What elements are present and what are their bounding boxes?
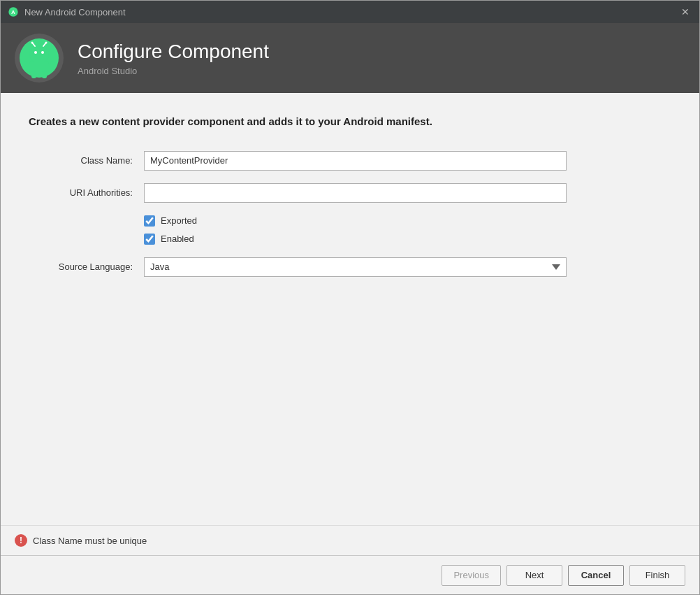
class-name-label: Class Name: [29,155,144,166]
form: Class Name: URI Authorities: Exported En… [29,151,671,277]
title-bar-text: New Android Component [24,7,126,17]
status-bar: ! Class Name must be unique [1,525,699,555]
previous-button[interactable]: Previous [442,565,501,586]
main-content: Creates a new content provider component… [1,93,699,525]
cancel-button[interactable]: Cancel [568,565,624,586]
exported-checkbox[interactable] [144,215,155,227]
svg-text:A: A [11,9,15,15]
header-title: Configure Component [78,41,269,63]
uri-authorities-label: URI Authorities: [29,187,144,198]
enabled-label[interactable]: Enabled [161,234,194,244]
source-language-select[interactable]: Java Kotlin [144,257,567,277]
exported-label[interactable]: Exported [161,215,197,226]
source-language-label: Source Language: [29,261,144,272]
uri-authorities-row: URI Authorities: [29,183,671,203]
uri-authorities-input[interactable] [144,183,567,203]
enabled-checkbox[interactable] [144,234,155,245]
svg-point-6 [41,51,44,54]
class-name-row: Class Name: [29,151,671,171]
svg-rect-11 [29,62,49,73]
enabled-checkbox-row: Enabled [144,234,197,245]
svg-rect-12 [24,62,28,71]
header-text: Configure Component Android Studio [78,41,269,76]
svg-rect-15 [42,71,47,78]
android-logo-icon [15,34,64,83]
close-button[interactable]: ✕ [678,6,692,18]
header-subtitle: Android Studio [78,66,269,76]
svg-rect-14 [31,71,36,78]
exported-checkbox-row: Exported [144,215,197,227]
checkboxes-row: Exported Enabled [29,215,671,245]
checkboxes-group: Exported Enabled [144,215,197,245]
header: Configure Component Android Studio [1,23,699,93]
source-language-row: Source Language: Java Kotlin [29,257,671,277]
svg-rect-13 [50,62,54,71]
error-icon: ! [15,534,27,547]
android-small-icon: A [8,6,19,17]
finish-button[interactable]: Finish [629,565,685,586]
title-bar: A New Android Component ✕ [1,1,699,23]
title-bar-left: A New Android Component [8,6,126,17]
next-button[interactable]: Next [506,565,562,586]
status-message: Class Name must be unique [33,536,147,546]
svg-point-8 [31,42,34,44]
svg-point-10 [45,42,48,44]
description-text: Creates a new content provider component… [29,114,574,130]
footer: Previous Next Cancel Finish [1,555,699,594]
svg-point-5 [34,51,37,54]
svg-point-4 [29,46,49,63]
class-name-input[interactable] [144,151,567,171]
